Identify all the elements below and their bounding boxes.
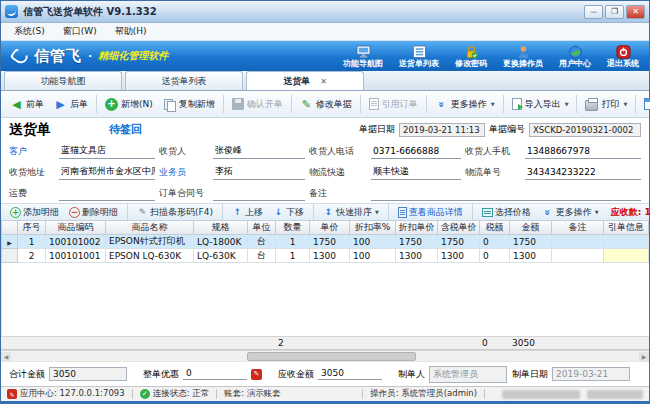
cell[interactable]: 100101002 <box>46 235 106 249</box>
col-header[interactable]: 商品编码 <box>46 221 106 235</box>
tab-delivery-list[interactable]: 送货单列表 <box>125 71 243 90</box>
cell[interactable]: 1300 <box>510 249 552 263</box>
col-header[interactable]: 税额 <box>480 221 510 235</box>
cell[interactable]: 1 <box>276 235 310 249</box>
col-header[interactable]: 规格 <box>194 221 248 235</box>
freight-field[interactable] <box>59 188 155 201</box>
doc-date-field[interactable]: 2019-03-21 11:13 <box>399 123 485 137</box>
menu-system[interactable]: 系统(S) <box>6 24 53 39</box>
move-up-button[interactable]: 上移 <box>228 205 267 220</box>
prev-doc-button[interactable]: 前单 <box>5 95 49 114</box>
cell[interactable]: 1750 <box>438 235 480 249</box>
customer-field[interactable]: 蓝猫文具店 <box>59 144 155 159</box>
ui-design-button[interactable]: 界面设计 <box>639 95 650 114</box>
receiver-field[interactable]: 张俊峰 <box>213 144 305 159</box>
receiver-mobile-field[interactable]: 13488667978 <box>525 146 641 159</box>
choose-price-button[interactable]: 选择价格 <box>478 205 535 220</box>
col-header[interactable]: 折扣单价 <box>396 221 438 235</box>
horizontal-scrollbar[interactable] <box>1 350 649 361</box>
logistics-field[interactable]: 顺丰快递 <box>371 165 461 180</box>
tab-function-nav[interactable]: 功能导航图 <box>4 71 122 90</box>
table-row[interactable]: 2 100101001 EPSON LQ-630K LQ-630K 台 1 13… <box>2 249 649 263</box>
cell[interactable]: 100 <box>350 249 396 263</box>
add-button[interactable]: 新增(N) <box>100 95 158 114</box>
salesman-field[interactable]: 李拓 <box>213 165 305 180</box>
cell[interactable]: LQ-630K <box>194 249 248 263</box>
col-header[interactable]: 商品名称 <box>106 221 194 235</box>
col-header[interactable]: 折扣率% <box>350 221 396 235</box>
tab-delivery-order[interactable]: 送货单 <box>246 71 364 90</box>
delete-row-button[interactable]: 删除明细 <box>65 205 122 220</box>
confirm-order-button[interactable]: 确认开单 <box>227 95 288 114</box>
quick-sort-button[interactable]: 快速排序 <box>319 205 383 220</box>
scroll-right-icon[interactable] <box>639 352 649 361</box>
cell[interactable]: EPSON LQ-630K <box>106 249 194 263</box>
edit-doc-button[interactable]: 修改单据 <box>295 95 357 114</box>
cell[interactable] <box>604 235 649 249</box>
table-row[interactable]: 1 100101002 EPSON针式打印机 LQ-1800K 台 1 1750… <box>2 235 649 249</box>
cell[interactable]: 2 <box>18 249 46 263</box>
print-button[interactable]: 打印 <box>580 95 632 114</box>
banner-action-user-center[interactable]: 用户中心 <box>559 45 591 68</box>
cell[interactable]: 1750 <box>310 235 350 249</box>
banner-action-delivery-list[interactable]: 送货单列表 <box>399 45 439 68</box>
address-field[interactable]: 河南省郑州市金水区中原路 <box>59 165 155 180</box>
banner-action-switch-operator[interactable]: 更换操作员 <box>503 45 543 68</box>
col-header[interactable]: 含税单价 <box>438 221 480 235</box>
cell[interactable]: 1750 <box>396 235 438 249</box>
scan-barcode-button[interactable]: 扫描条形码(F4) <box>133 205 217 220</box>
scroll-left-icon[interactable] <box>1 352 11 361</box>
cell[interactable]: 1300 <box>396 249 438 263</box>
tracking-no-field[interactable]: 343434233222 <box>525 167 641 180</box>
add-row-button[interactable]: 添加明细 <box>6 205 63 220</box>
remark-field[interactable] <box>371 188 641 201</box>
col-header[interactable]: 序号 <box>18 221 46 235</box>
cell[interactable] <box>604 249 649 263</box>
cell[interactable]: 台 <box>248 235 276 249</box>
cell[interactable]: 1300 <box>310 249 350 263</box>
minimize-button[interactable] <box>584 5 603 19</box>
close-button[interactable] <box>626 5 645 19</box>
col-header[interactable]: 备注 <box>552 221 604 235</box>
cell[interactable]: 1 <box>18 235 46 249</box>
save-icon <box>232 98 244 110</box>
col-header[interactable]: 单价 <box>310 221 350 235</box>
maximize-button[interactable] <box>605 5 624 19</box>
banner-action-nav[interactable]: 功能导航图 <box>343 45 383 68</box>
ref-order-button[interactable]: 引用订单 <box>364 95 423 114</box>
cell[interactable]: LQ-1800K <box>194 235 248 249</box>
cell[interactable]: 1300 <box>438 249 480 263</box>
banner-action-change-password[interactable]: 修改密码 <box>455 45 487 68</box>
view-product-detail-button[interactable]: 查看商品详情 <box>394 205 467 220</box>
banner-action-exit[interactable]: 退出系统 <box>607 45 639 68</box>
more-actions-button[interactable]: 更多操作 <box>430 95 500 114</box>
cell[interactable]: 0 <box>480 235 510 249</box>
cell[interactable]: 1 <box>276 249 310 263</box>
scrollbar-thumb[interactable] <box>247 352 415 361</box>
next-doc-button[interactable]: 后单 <box>49 95 93 114</box>
tab-close-icon[interactable] <box>320 77 327 86</box>
copy-add-button[interactable]: 复制新增 <box>158 95 220 114</box>
receiver-phone-field[interactable]: 0371-6666888 <box>371 146 461 159</box>
edit-discount-icon[interactable] <box>251 369 262 380</box>
cell[interactable]: EPSON针式打印机 <box>106 235 194 249</box>
col-header[interactable]: 引单信息 <box>604 221 649 235</box>
col-header[interactable]: 数量 <box>276 221 310 235</box>
detail-more-actions-button[interactable]: 更多操作 <box>537 205 603 220</box>
doc-no-field[interactable]: XSCKD-20190321-0002 <box>529 123 641 137</box>
cell[interactable]: 台 <box>248 249 276 263</box>
cell[interactable] <box>552 249 604 263</box>
col-header[interactable]: 单位 <box>248 221 276 235</box>
col-header[interactable]: 金额 <box>510 221 552 235</box>
import-export-button[interactable]: 导入导出 <box>507 95 574 114</box>
cell[interactable]: 1750 <box>510 235 552 249</box>
contract-no-field[interactable] <box>213 188 305 201</box>
move-down-button[interactable]: 下移 <box>269 205 308 220</box>
cell[interactable]: 0 <box>480 249 510 263</box>
discount-field[interactable]: 0 <box>183 368 247 380</box>
cell[interactable] <box>552 235 604 249</box>
cell[interactable]: 100101001 <box>46 249 106 263</box>
cell[interactable]: 100 <box>350 235 396 249</box>
menu-window[interactable]: 窗口(W) <box>55 24 105 39</box>
menu-help[interactable]: 帮助(H) <box>107 24 155 39</box>
